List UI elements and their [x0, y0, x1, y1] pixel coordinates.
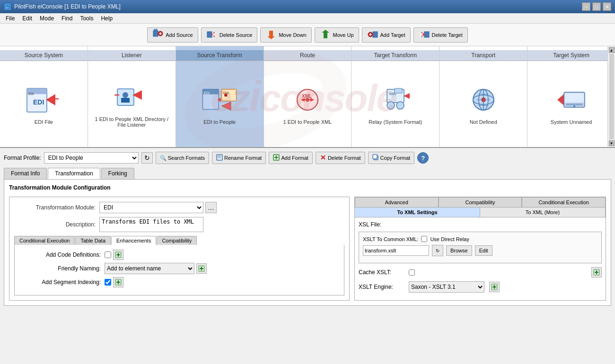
pipeline-source-transform[interactable]: Source Transform EDI XML [176, 46, 264, 147]
rename-icon [216, 154, 223, 162]
right-panel-tabs: Advanced Compatibility Conditional Execu… [355, 197, 606, 208]
scroll-down-btn[interactable]: ▼ [609, 140, 615, 146]
sub-tab-conditional-execution[interactable]: Conditional Execution [14, 236, 75, 245]
pipeline-scrollbar[interactable]: ▲ ▼ [607, 46, 615, 147]
pipeline-listener[interactable]: Listener 1 EDI to People XML Directory /… [88, 46, 176, 147]
description-label: Description: [14, 221, 99, 228]
tab-forking[interactable]: Forking [101, 168, 134, 179]
add-target-icon [367, 29, 378, 41]
format-profile-select[interactable]: EDI to People [44, 152, 139, 164]
move-down-button[interactable]: Move Down [260, 27, 311, 43]
copy-format-icon [372, 154, 379, 162]
listener-label: 1 EDI to People XML Directory / File Lis… [93, 116, 171, 128]
sub-tab-table-data[interactable]: Table Data [75, 236, 111, 245]
friendly-naming-row: Friendly Naming: Add to element name [19, 263, 339, 274]
add-format-button[interactable]: Add Format [269, 152, 312, 164]
menu-tools[interactable]: Tools [76, 14, 97, 23]
add-code-label: Add Code Definitions: [19, 251, 105, 258]
pipeline-route[interactable]: Route XML 1 EDI to People XML [264, 46, 352, 147]
pipeline-target-transform[interactable]: Target Transform XML Relay (System Forma… [351, 46, 439, 147]
sub-tab-compatibility[interactable]: Compatibility [157, 236, 197, 245]
svg-marker-11 [267, 36, 275, 39]
add-source-icon [152, 28, 164, 42]
close-button[interactable]: ✕ [603, 2, 611, 11]
menu-find[interactable]: Find [58, 14, 76, 23]
format-profile-label: Format Profile: [4, 155, 41, 161]
xslt-engine-row: XSLT Engine: Saxon - XSLT 3.1 [359, 281, 602, 293]
transformation-module-select[interactable]: EDI [99, 202, 203, 213]
menu-edit[interactable]: Edit [18, 14, 36, 23]
right-tab-conditional-execution[interactable]: Conditional Execution [522, 197, 606, 208]
add-segment-action-btn[interactable] [113, 277, 123, 287]
tab-transformation[interactable]: Transformation [48, 168, 100, 179]
friendly-naming-select[interactable]: Add to element name [105, 263, 194, 274]
move-up-button[interactable]: Move Up [315, 27, 359, 43]
right-subtab-to-xml-settings[interactable]: To XML Settings [355, 208, 480, 217]
xslt-engine-action-btn[interactable] [489, 282, 500, 292]
add-code-action-btn[interactable] [113, 250, 123, 260]
svg-marker-55 [404, 93, 410, 99]
xsl-filename-input[interactable] [363, 245, 429, 256]
titlebar-controls[interactable]: ─ □ ✕ [582, 2, 611, 11]
cache-xslt-action-btn[interactable] [591, 267, 602, 277]
xsl-filename-action-btn[interactable]: ↻ [432, 245, 443, 256]
pipeline-source-system[interactable]: Source System EDI EDI EDI File [0, 46, 88, 147]
right-subtab-to-xml-more[interactable]: To XML (More) [480, 208, 606, 217]
titlebar-left: 🐟 PilotFish eiConsole [1 EDI to People X… [4, 3, 121, 10]
use-direct-relay-checkbox[interactable] [421, 236, 427, 242]
menu-file[interactable]: File [2, 14, 18, 23]
friendly-naming-action-btn[interactable] [196, 263, 207, 274]
menu-mode[interactable]: Mode [36, 14, 58, 23]
svg-rect-52 [395, 88, 402, 93]
svg-text:EDI: EDI [28, 92, 34, 95]
route-label: 1 EDI to People XML [283, 119, 332, 125]
copy-format-button[interactable]: Copy Format [368, 152, 415, 164]
right-tab-advanced[interactable]: Advanced [355, 197, 439, 208]
delete-source-button[interactable]: Delete Source [201, 27, 258, 43]
svg-rect-10 [269, 31, 273, 36]
route-content: XML 1 EDI to People XML [279, 61, 337, 147]
delete-format-button[interactable]: Delete Format [316, 152, 365, 164]
add-format-icon [273, 154, 280, 162]
module-browse-btn[interactable]: … [205, 202, 217, 213]
format-profile-refresh-btn[interactable]: ↻ [141, 152, 153, 164]
menu-help[interactable]: Help [97, 14, 116, 23]
pipeline-target-system[interactable]: Target System System Unnamed [527, 46, 615, 147]
svg-rect-66 [565, 93, 584, 103]
search-formats-button[interactable]: 🔍 Search Formats [156, 152, 209, 164]
delete-target-button[interactable]: Delete Target [413, 27, 468, 43]
scroll-up-btn[interactable]: ▲ [609, 47, 615, 53]
xslt-engine-select[interactable]: Saxon - XSLT 3.1 [409, 281, 484, 293]
section-title: Transformation Module Configuration [9, 184, 606, 191]
source-transform-content: EDI XML EDI to People [196, 61, 243, 147]
svg-rect-13 [324, 33, 327, 38]
rename-format-button[interactable]: Rename Format [212, 152, 266, 164]
source-system-header: Source System [0, 50, 88, 61]
svg-text:EDI: EDI [204, 91, 210, 95]
minimize-button[interactable]: ─ [582, 2, 590, 11]
help-button[interactable]: ? [417, 152, 429, 164]
xsl-file-area: XSLT To Common XML: Use Direct Relay ↻ B… [359, 232, 602, 263]
edit-button[interactable]: Edit [475, 245, 492, 256]
tab-format-info[interactable]: Format Info [4, 168, 47, 179]
add-source-button[interactable]: Add Source [147, 27, 198, 43]
add-target-button[interactable]: Add Target [362, 27, 411, 43]
pipeline-transport[interactable]: Transport Not Defined [439, 46, 527, 147]
right-tab-compatibility[interactable]: Compatibility [439, 197, 522, 208]
add-segment-checkbox[interactable] [105, 279, 111, 286]
left-column: Transformation Module: EDI … Description… [9, 197, 350, 301]
enhancement-content: Add Code Definitions: Friendly Naming: A… [14, 245, 344, 295]
sub-tab-enhancements[interactable]: Enhancements [111, 236, 156, 245]
move-down-icon [265, 29, 277, 41]
add-code-checkbox[interactable] [105, 251, 111, 258]
description-field[interactable]: Transforms EDI files to XML [99, 217, 203, 232]
listener-header: Listener [88, 50, 176, 61]
source-system-label: EDI File [35, 119, 53, 125]
cache-xslt-row: Cache XSLT: [359, 267, 602, 277]
browse-button[interactable]: Browse [446, 245, 472, 256]
maximize-button[interactable]: □ [592, 2, 601, 11]
add-segment-label: Add Segment Indexing: [19, 279, 105, 286]
delete-source-icon [206, 29, 218, 41]
cache-xslt-checkbox[interactable] [409, 269, 415, 276]
svg-point-53 [387, 102, 395, 109]
